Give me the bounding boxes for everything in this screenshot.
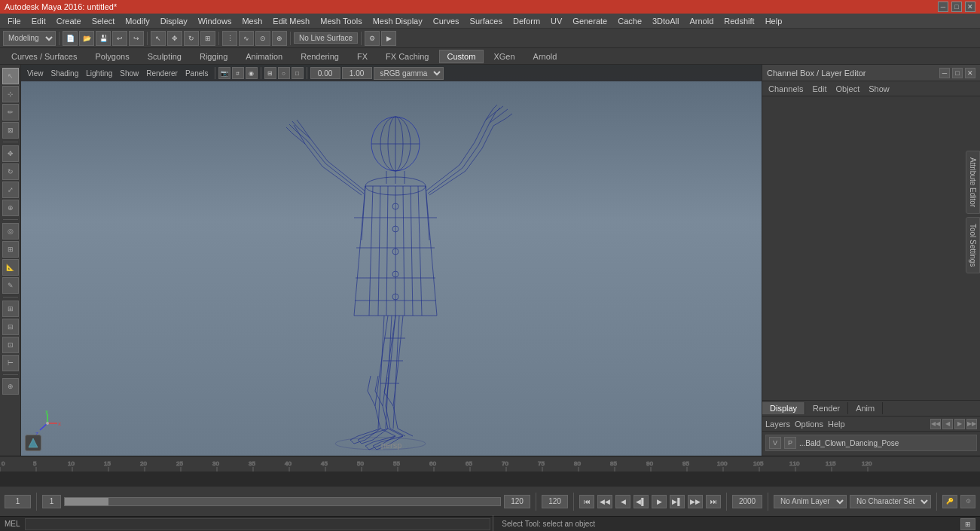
range-bar[interactable]: [64, 497, 501, 506]
playback-play-fwd-btn[interactable]: ▶: [652, 495, 667, 508]
tab-rendering[interactable]: Rendering: [292, 50, 347, 63]
menu-mesh-tools[interactable]: Mesh Tools: [316, 15, 366, 27]
cb-collapse-button[interactable]: ─: [939, 68, 950, 78]
menu-generate[interactable]: Generate: [568, 15, 612, 27]
tab-xgen[interactable]: XGen: [485, 50, 523, 63]
snap-view-button[interactable]: ⊕: [272, 31, 287, 46]
menu-uv[interactable]: UV: [546, 15, 566, 27]
vp-wireframe-btn[interactable]: ⊞: [264, 67, 276, 79]
tab-animation[interactable]: Animation: [237, 50, 291, 63]
preferences-btn[interactable]: ⚙: [960, 495, 975, 508]
render-current-button[interactable]: ▶: [381, 31, 396, 46]
title-bar-controls[interactable]: ─ □ ✕: [938, 2, 975, 12]
display-tab-display[interactable]: Display: [762, 402, 805, 414]
minimize-button[interactable]: ─: [938, 2, 948, 12]
select-tool[interactable]: ↖: [2, 68, 19, 84]
char-set-dropdown[interactable]: No Character Set: [850, 495, 931, 508]
menu-deform[interactable]: Deform: [508, 15, 545, 27]
layer-visibility-button[interactable]: V: [769, 437, 781, 449]
vp-lighting-menu[interactable]: Lighting: [83, 69, 115, 78]
undo-button[interactable]: ↩: [112, 31, 127, 46]
layer-prev-btn[interactable]: ◀◀: [930, 419, 941, 429]
tab-fx[interactable]: FX: [349, 50, 376, 63]
menu-arnold[interactable]: Arnold: [685, 15, 718, 27]
anim-layer[interactable]: ⊢: [2, 355, 19, 371]
display-tab-render[interactable]: Render: [805, 402, 848, 414]
tab-sculpting[interactable]: Sculpting: [139, 50, 190, 63]
range-end-input[interactable]: 120: [504, 495, 530, 508]
vp-display-btn[interactable]: ◉: [246, 67, 258, 79]
channel-box-controls[interactable]: ─ □ ✕: [939, 68, 975, 78]
scale-tool-left[interactable]: ⤢: [2, 182, 19, 198]
menu-3dtoall[interactable]: 3DtoAll: [648, 15, 683, 27]
live-surface-button[interactable]: No Live Surface: [294, 32, 358, 44]
menu-curves[interactable]: Curves: [429, 15, 464, 27]
display-layer[interactable]: ⊟: [2, 319, 19, 335]
layer-fwd-btn[interactable]: ▶: [954, 419, 965, 429]
menu-mesh-display[interactable]: Mesh Display: [368, 15, 427, 27]
soft-select[interactable]: ◎: [2, 223, 19, 240]
playback-play-back-btn[interactable]: ◀▌: [633, 495, 649, 508]
cb-maximize-button[interactable]: □: [952, 68, 963, 78]
tab-curves-surfaces[interactable]: Curves / Surfaces: [3, 50, 85, 63]
render-settings-button[interactable]: ⚙: [365, 31, 380, 46]
vp-zoom-field[interactable]: 1.00: [342, 67, 372, 79]
timeline-ruler[interactable]: 0 5 10 15 20 25 30 35 40 45 50 55 60 65 …: [0, 456, 980, 471]
save-scene-button[interactable]: 💾: [96, 31, 111, 46]
vp-smooth-btn[interactable]: ○: [278, 67, 290, 79]
menu-file[interactable]: File: [3, 15, 26, 27]
autokey-btn[interactable]: 🔑: [942, 495, 957, 508]
layer-back-btn[interactable]: ◀: [942, 419, 953, 429]
menu-mesh[interactable]: Mesh: [237, 15, 267, 27]
menu-windows[interactable]: Windows: [194, 15, 237, 27]
menu-help[interactable]: Help: [761, 15, 787, 27]
ds-help[interactable]: Help: [828, 420, 845, 429]
rotate-tool-button[interactable]: ↻: [184, 31, 199, 46]
current-frame-input[interactable]: 1: [5, 495, 31, 508]
cb-show-menu[interactable]: Show: [866, 84, 893, 94]
annotate[interactable]: ✎: [2, 277, 19, 294]
tab-arnold[interactable]: Arnold: [525, 50, 566, 63]
vp-panels-menu[interactable]: Panels: [182, 69, 212, 78]
playback-prev-key-btn[interactable]: ◀◀: [597, 495, 612, 508]
playback-next-key-btn[interactable]: ▶▶: [688, 495, 703, 508]
rotate-tool-left[interactable]: ↻: [2, 163, 19, 180]
open-scene-button[interactable]: 📂: [79, 31, 94, 46]
layer-row[interactable]: V P ...Bald_Clown_Dancing_Pose: [765, 435, 977, 451]
move-tool-left[interactable]: ✥: [2, 145, 19, 162]
menu-redshift[interactable]: Redshift: [719, 15, 759, 27]
layer-p-button[interactable]: P: [784, 437, 796, 449]
new-scene-button[interactable]: 📄: [63, 31, 78, 46]
cb-edit-menu[interactable]: Edit: [809, 84, 829, 94]
ds-layers[interactable]: Layers: [765, 420, 790, 429]
snap-point-button[interactable]: ⊙: [255, 31, 270, 46]
menu-display[interactable]: Display: [156, 15, 192, 27]
snap-align[interactable]: ⊞: [2, 241, 19, 258]
maximize-button[interactable]: □: [951, 2, 962, 12]
frame-display[interactable]: 1: [42, 495, 61, 508]
display-tab-anim[interactable]: Anim: [848, 402, 883, 414]
vp-colorspace-dropdown[interactable]: sRGB gamma: [374, 67, 444, 80]
playback-prev-frame-btn[interactable]: ◀: [615, 495, 630, 508]
menu-modify[interactable]: Modify: [121, 15, 154, 27]
tool-settings-tab[interactable]: Tool Settings: [966, 217, 980, 273]
vp-renderer-menu[interactable]: Renderer: [143, 69, 181, 78]
menu-edit-mesh[interactable]: Edit Mesh: [268, 15, 314, 27]
extra-tool[interactable]: ⊕: [2, 378, 19, 395]
viewport[interactable]: View Shading Lighting Show Renderer Pane…: [21, 65, 762, 456]
layer-end-btn[interactable]: ▶▶: [966, 419, 977, 429]
attribute-editor-tab[interactable]: Attribute Editor: [966, 151, 980, 214]
status-right-btn[interactable]: ⊞: [960, 518, 975, 530]
lasso-tool[interactable]: ⊹: [2, 86, 19, 102]
vp-grid-btn[interactable]: #: [232, 67, 244, 79]
vp-shading-menu[interactable]: Shading: [48, 69, 82, 78]
fps-input[interactable]: 2000: [732, 495, 762, 508]
playback-next-frame-btn[interactable]: ▶▌: [670, 495, 685, 508]
tab-fx-caching[interactable]: FX Caching: [377, 50, 437, 63]
tab-custom[interactable]: Custom: [439, 50, 484, 63]
vp-view-menu[interactable]: View: [24, 69, 47, 78]
snap-grid-button[interactable]: ⋮: [222, 31, 237, 46]
playback-start-btn[interactable]: ⏮: [579, 495, 594, 508]
tab-polygons[interactable]: Polygons: [87, 50, 137, 63]
cb-object-menu[interactable]: Object: [832, 84, 862, 94]
